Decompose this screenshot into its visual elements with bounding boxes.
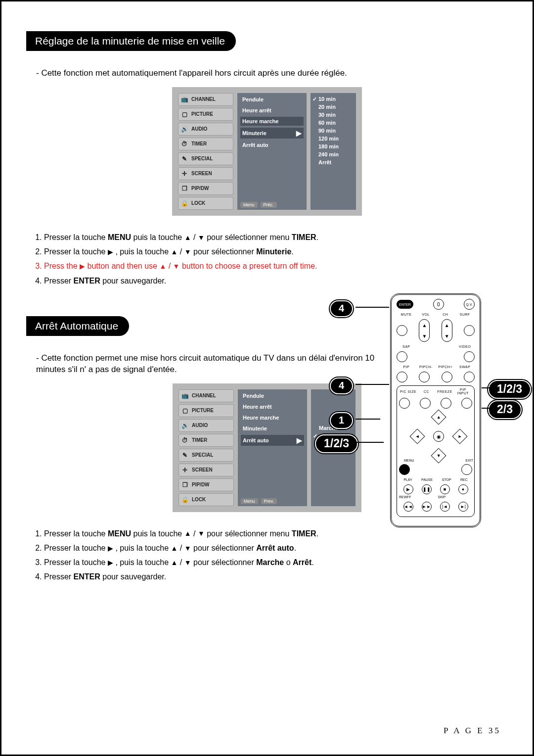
mute-label: MUTE	[397, 313, 416, 316]
osd-time-60: 60 min	[313, 120, 353, 126]
section2-heading: Arrêt Automatique	[26, 316, 129, 336]
osd2-mid-pendule: Pendule	[241, 391, 304, 400]
section1-intro: - Cette fonction met automatiquement l'a…	[36, 68, 508, 79]
manual-page: Réglage de la minuterie de mise en veill…	[0, 0, 534, 756]
menu-label: MENU	[404, 459, 414, 462]
tv-icon: 📺	[180, 95, 188, 103]
osd-time-arret: Arrêt	[313, 159, 353, 165]
cc-button	[420, 398, 431, 409]
stop-label: STOP	[442, 478, 451, 481]
osd-menu-lock: 🔒LOCK	[178, 197, 233, 210]
step1-2: Presser la touche ▶ , puis la touche ▲ /…	[44, 245, 508, 258]
osd-time-20: 20 min	[313, 104, 353, 110]
exit-button	[461, 464, 472, 475]
osd-menu-pipdw: ❐PIP/DW	[178, 182, 233, 195]
osd2-menu-timer: ⏱TIMER	[178, 434, 234, 447]
rew-label: REW	[399, 495, 407, 499]
nav-up: ▲	[431, 409, 446, 425]
vol-label: VOL	[416, 313, 436, 316]
nav-left: ◄	[409, 428, 425, 444]
osd-time-180: 180 min	[313, 143, 353, 149]
sap-button	[397, 351, 407, 362]
cc-label: CC	[417, 390, 436, 393]
osd-foot-prec: Préc.	[261, 202, 277, 208]
pause-button: ❚❚	[422, 484, 432, 494]
osd1: 📺CHANNEL ▢PICTURE 🔊AUDIO ⏱TIMER ✎SPECIAL…	[26, 87, 508, 216]
menu-button	[399, 464, 410, 475]
osd-menu-audio: 🔊AUDIO	[178, 123, 233, 136]
callout-23: 2/3	[488, 400, 522, 419]
osd-foot-menu: Menu	[240, 202, 258, 208]
down-arrow-icon: ▼	[198, 232, 205, 244]
mute-button	[397, 325, 407, 336]
rew-button: ◄◄	[403, 502, 413, 512]
up-arrow-icon: ▲	[184, 232, 191, 244]
pipchp-button	[442, 372, 452, 382]
nav-right: ►	[452, 428, 467, 444]
pipchm-button	[419, 372, 430, 382]
play-label: PLAY	[403, 478, 412, 481]
osd-time-90: 90 min	[313, 128, 353, 134]
nav-ok: ◉	[433, 431, 444, 442]
freeze-label: FREEZE	[436, 390, 454, 393]
osd-mid-heurearret: Heure arrêt	[240, 106, 304, 115]
callout-4-mid: 4	[330, 378, 353, 394]
osd-menu-timer: ⏱TIMER	[178, 138, 233, 150]
osd2-menu-picture: ▢PICTURE	[178, 404, 234, 417]
right-arrow-icon: ▶	[297, 436, 302, 444]
right-arrow-icon: ▶	[108, 246, 113, 258]
zero-button: 0	[433, 299, 444, 310]
lock-icon: 🔒	[180, 199, 188, 207]
picsize-label: PIC SIZE	[399, 390, 417, 393]
osd-time-30: 30 min	[313, 112, 353, 118]
pipchp-label: PIPCH+	[436, 365, 455, 369]
picture-icon: ▢	[180, 110, 188, 118]
freeze-button	[441, 398, 451, 409]
pip-button	[397, 372, 407, 382]
video-button	[464, 351, 475, 362]
pipchm-label: PIPCH-	[416, 365, 436, 369]
surf-button	[464, 325, 475, 336]
swap-button	[464, 372, 475, 382]
osd-menu-picture: ▢PICTURE	[178, 108, 233, 121]
pipinput-label: PIP INPUT	[454, 388, 472, 395]
osd-time-120: 120 min	[313, 136, 353, 142]
ff-label: FF	[407, 495, 411, 499]
section1-heading: Réglage de la minuterie de mise en veill…	[26, 31, 236, 51]
skipfwd-button: ►|	[458, 502, 468, 512]
skipback-button: |◄	[440, 502, 450, 512]
osd-menu-channel: 📺CHANNEL	[178, 93, 233, 106]
remote-diagram: 4 4 1 1/2/3 1/2/3 2/3 ENTER 0 Q.V. MUTE …	[370, 432, 499, 666]
audio-icon: 🔊	[180, 125, 188, 133]
callout-123-left: 1/2/3	[315, 434, 358, 453]
pip-icon: ❐	[180, 185, 188, 192]
osd-time-10: 10 min	[313, 96, 353, 102]
osd2-mid-heuremarche: Heure marche	[241, 413, 304, 422]
nav-down: ▼	[431, 448, 446, 463]
callout-line	[356, 307, 389, 308]
osd2-menu-lock: 🔒LOCK	[178, 493, 234, 506]
steps1: Presser la touche MENU puis la touche ▲ …	[44, 231, 508, 287]
osd2-mid-heurearret: Heure arrêt	[241, 402, 304, 411]
rec-label: REC	[460, 478, 468, 481]
osd2-mid-arretauto: Arrêt auto▶	[241, 435, 304, 446]
picsize-button	[399, 398, 410, 409]
stop-button: ■	[440, 484, 450, 494]
vol-rocker: ▲▼	[419, 319, 430, 342]
osd2-menu-channel: 📺CHANNEL	[178, 389, 234, 402]
callout-4-top: 4	[330, 300, 353, 317]
swap-label: SWAP	[455, 365, 475, 369]
video-label: VIDEO	[455, 345, 475, 348]
remote-control: ENTER 0 Q.V. MUTE VOL CH SURF ▲▼ ▲▼ SAP …	[390, 293, 481, 527]
step1-1: Presser la touche MENU puis la touche ▲ …	[44, 231, 508, 244]
play-button: ▶	[403, 484, 413, 494]
osd-mid-pendule: Pendule	[240, 95, 304, 104]
osd-menu-screen: ✛SCREEN	[178, 167, 233, 180]
osd2-menu-pipdw: ❐PIP/DW	[178, 478, 234, 491]
timer-icon: ⏱	[180, 140, 188, 148]
osd2-menu-screen: ✛SCREEN	[178, 464, 234, 476]
osd-mid-minuterie: Minuterie▶	[240, 128, 304, 139]
page-number: P A G E 35	[444, 726, 501, 736]
pip-label: PIP	[397, 365, 416, 369]
step1-3: Press the ▶ button and then use ▲ / ▼ bu…	[44, 259, 508, 273]
